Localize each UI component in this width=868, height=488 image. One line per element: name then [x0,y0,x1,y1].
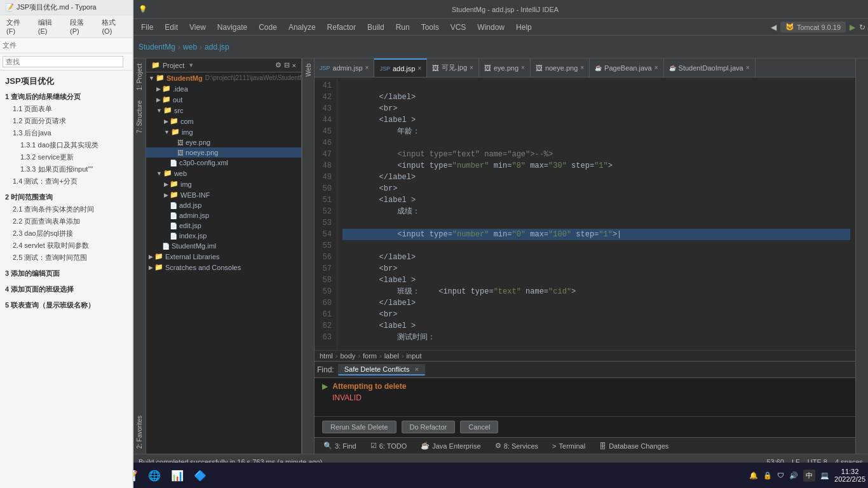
tree-eye-png[interactable]: ▶ 🖼 eye.png [146,137,301,147]
typora-item-8[interactable]: 2 时间范围查询 [5,191,127,203]
typora-item-13[interactable]: 2.5 测试：查询时间范围 [5,252,127,264]
side-tab-favorites[interactable]: 2: Favorites [134,410,145,454]
typora-menu-edit[interactable]: 编辑(E) [34,17,65,36]
back-icon[interactable]: ◀ [771,23,776,32]
project-collapse-icon[interactable]: ⊟ [284,61,290,69]
tab-kj-close[interactable]: × [470,64,473,71]
tree-root-studentmg[interactable]: ▼ 📁 StudentMg D:\project\j2111\javaWeb\S… [146,72,301,83]
breadcrumb-label[interactable]: label [384,352,399,360]
breadcrumb-input[interactable]: input [407,352,422,360]
breadcrumb-html[interactable]: html [320,352,333,360]
side-tab-project[interactable]: 1: Project [134,58,145,95]
taskbar-clock[interactable]: 11:32 2022/2/25 [834,468,865,483]
typora-item-7[interactable]: 1.4 测试：查询+分页 [5,175,127,187]
bottom-tab-find[interactable]: 🔍 3: Find [317,440,363,451]
chrome-taskbar-button[interactable]: 🌐 [144,467,165,484]
code-content[interactable]: </label> <br> <label > 年龄： <input type="… [337,78,855,350]
tree-edit-jsp[interactable]: ▶ 📄 edit.jsp [146,220,301,231]
tab-add-jsp-close[interactable]: × [417,65,421,72]
tree-idea[interactable]: ▶ 📁 .idea [146,83,301,94]
typora-item-14[interactable]: 3 添加的编辑页面 [5,268,127,280]
menu-tools[interactable]: Tools [416,22,444,33]
typora-item-0[interactable]: 1 查询后的结果继续分页 [5,91,127,103]
tree-c3p0[interactable]: ▶ 📄 c3p0-config.xml [146,158,301,168]
project-close-icon[interactable]: × [292,62,296,69]
tab-studentdaoimpl[interactable]: ☕ StudentDaoImpl.java × [664,58,756,78]
typora-menu-file[interactable]: 文件(F) [3,17,33,36]
code-area[interactable]: 4142434445 4647484950 5152535455 5657585… [315,78,855,350]
breadcrumb-root[interactable]: StudentMg [139,43,175,51]
tree-src[interactable]: ▼ 📁 src [146,105,301,116]
tab-eye-close[interactable]: × [521,64,525,71]
typora-item-4[interactable]: 1.3.1 dao接口及其实现类 [5,139,127,151]
tree-studentmg-iml[interactable]: ▶ 📄 StudentMg.iml [146,241,301,251]
side-tab-web[interactable]: Web [303,58,314,81]
tree-noeye-png[interactable]: ▶ 🖼 noeye.png [146,147,301,158]
menu-navigate[interactable]: Navigate [212,22,252,33]
tree-add-jsp[interactable]: ▶ 📄 add.jsp [146,200,301,210]
menu-window[interactable]: Window [472,22,510,33]
tab-noeye-close[interactable]: × [580,64,584,71]
tomcat-run-config[interactable]: 🐱 Tomcat 9.0.19 [780,22,846,32]
tab-studentdao-close[interactable]: × [746,64,750,71]
tree-external-libs[interactable]: ▶ 📁 External Libraries [146,251,301,262]
app2-taskbar-button[interactable]: 📊 [167,467,187,484]
breadcrumb-file[interactable]: add.jsp [205,43,229,51]
tree-scratches[interactable]: ▶ 📁 Scratches and Consoles [146,262,301,273]
menu-code[interactable]: Code [254,22,282,33]
tab-add-jsp[interactable]: JSP add.jsp × [374,58,427,78]
typora-item-12[interactable]: 2.4 servlet 获取时间参数 [5,240,127,252]
bottom-tab-java-enterprise[interactable]: ☕ Java Enterprise [414,440,487,451]
typora-item-2[interactable]: 1.2 页面分页请求 [5,115,127,127]
typora-item-9[interactable]: 2.1 查询条件实体类的时间 [5,203,127,215]
run-icon[interactable]: ▶ [850,23,855,32]
typora-item-16[interactable]: 5 联表查询（显示班级名称） [5,299,127,311]
code-editor[interactable]: 4142434445 4647484950 5152535455 5657585… [315,78,855,361]
breadcrumb-form[interactable]: form [363,352,377,360]
menu-edit[interactable]: Edit [159,22,183,33]
bottom-tab-todo[interactable]: ☑ 6: TODO [364,440,414,451]
tab-kj-jpg[interactable]: 🖼 可见.jpg × [427,58,479,78]
cancel-button[interactable]: Cancel [460,421,498,433]
breadcrumb-web[interactable]: web [183,43,197,51]
app3-taskbar-button[interactable]: 🔷 [190,467,210,484]
bottom-tab-db-changes[interactable]: 🗄 Database Changes [593,441,675,451]
typora-search-input[interactable] [3,56,123,67]
ime-indicator[interactable]: 中 [803,470,815,482]
typora-menu-format[interactable]: 格式(O) [98,17,130,36]
tab-admin-jsp[interactable]: JSP admin.jsp × [315,58,374,78]
menu-analyze[interactable]: Analyze [283,22,321,33]
tree-index-jsp[interactable]: ▶ 📄 index.jsp [146,231,301,241]
refresh-icon[interactable]: ↻ [859,23,865,32]
tree-admin-jsp[interactable]: ▶ 📄 admin.jsp [146,210,301,220]
typora-item-3[interactable]: 1.3 后台java [5,127,127,139]
bottom-tab-services[interactable]: ⚙ 8: Services [489,440,545,451]
tree-src-img[interactable]: ▼ 📁 img [146,126,301,137]
typora-item-10[interactable]: 2.2 页面查询表单添加 [5,215,127,227]
tree-web-inf[interactable]: ▶ 📁 WEB-INF [146,189,301,200]
menu-vcs[interactable]: VCS [445,22,471,33]
typora-item-5[interactable]: 1.3.2 service更新 [5,151,127,163]
side-tab-structure[interactable]: 7: Structure [134,95,145,139]
typora-menu-para[interactable]: 段落(P) [66,17,97,36]
typora-item-6[interactable]: 1.3.3 如果页面报input"" [5,163,127,175]
tree-com[interactable]: ▶ 📁 com [146,116,301,126]
tab-pagebean-java[interactable]: ☕ PageBean.java × [590,58,663,78]
breadcrumb-body[interactable]: body [340,352,355,360]
tab-safe-delete[interactable]: Safe Delete Conflicts × [338,364,425,376]
rerun-safe-delete-button[interactable]: Rerun Safe Delete [322,421,397,433]
tab-noeye-png[interactable]: 🖼 noeye.png × [531,58,590,78]
menu-file[interactable]: File [136,22,158,33]
safe-delete-tab-close[interactable]: × [414,365,418,373]
menu-view[interactable]: View [184,22,211,33]
menu-refactor[interactable]: Refactor [322,22,361,33]
tree-web[interactable]: ▼ 📁 web [146,168,301,179]
project-gear-icon[interactable]: ⚙ [275,61,281,69]
menu-build[interactable]: Build [362,22,390,33]
do-refactor-button[interactable]: Do Refactor [402,421,456,433]
tree-web-img[interactable]: ▶ 📁 img [146,179,301,189]
tab-pagebean-close[interactable]: × [654,64,658,71]
menu-help[interactable]: Help [511,22,537,33]
tab-eye-png[interactable]: 🖼 eye.png × [479,58,531,78]
typora-item-11[interactable]: 2.3 dao层的sql拼接 [5,227,127,240]
